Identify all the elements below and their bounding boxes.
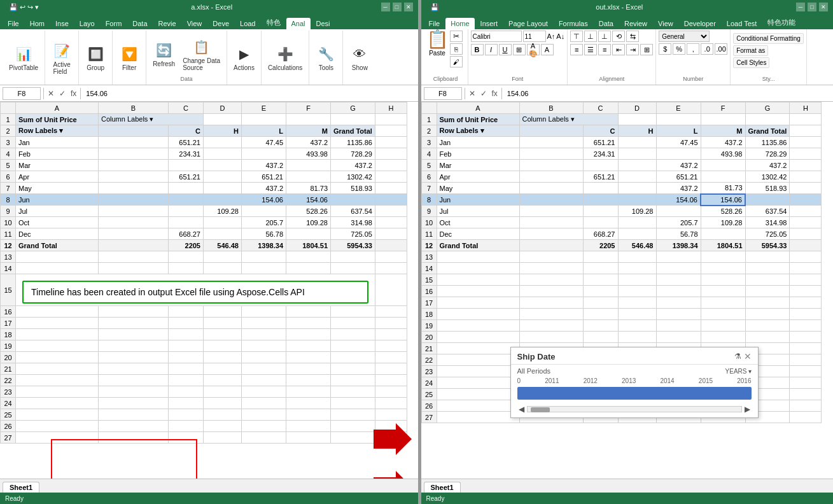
right-sheet-tab-1[interactable]: Sheet1 <box>424 482 461 493</box>
minimize-button[interactable]: ─ <box>381 3 390 11</box>
right-cell-c11[interactable]: 668.27 <box>583 228 618 240</box>
right-cell-e7[interactable]: 437.2 <box>656 183 701 194</box>
number-format-dropdown[interactable]: General Number Currency Percentage <box>659 31 710 42</box>
cell-a1-left[interactable]: Sum of Unit Price <box>16 114 99 125</box>
tab-formulas-left[interactable]: Form <box>101 18 127 29</box>
cell-e11-left[interactable]: 56.78 <box>242 228 286 240</box>
font-size-down-icon[interactable]: A↓ <box>556 32 564 40</box>
font-size-input[interactable]: 11 <box>523 31 546 42</box>
left-formula-input[interactable]: 154.06 <box>83 87 415 100</box>
font-name-input[interactable]: Calibri <box>471 31 522 42</box>
right-cell-g5[interactable]: 437.2 <box>745 160 790 171</box>
cancel-formula-icon[interactable]: ✕ <box>46 89 55 98</box>
right-cell-f4[interactable]: 493.98 <box>701 148 745 160</box>
cell-g10-left[interactable]: 314.98 <box>331 217 375 228</box>
group-btn[interactable]: 🔲 Group <box>83 43 108 73</box>
timeline-scrollbar-thumb[interactable] <box>531 407 550 412</box>
tab-view-right[interactable]: View <box>653 18 678 29</box>
left-cell-ref[interactable]: F8 <box>3 87 41 100</box>
cell-g9-left[interactable]: 637.54 <box>331 206 375 217</box>
left-sheet-tab-1[interactable]: Sheet1 <box>3 482 39 493</box>
align-left-btn[interactable]: ≡ <box>570 44 583 55</box>
font-color-btn[interactable]: A <box>541 44 554 55</box>
cell-e7-left[interactable]: 437.2 <box>242 183 286 194</box>
tab-load-left[interactable]: Load <box>235 18 260 29</box>
cell-a4-left[interactable]: Feb <box>16 148 99 160</box>
right-cell-a4[interactable]: Feb <box>437 148 519 160</box>
quick-access-more[interactable]: ▾ <box>35 3 39 11</box>
right-cell-a7[interactable]: May <box>437 183 519 194</box>
tab-developer-right[interactable]: Developer <box>679 18 721 29</box>
right-cell-c3[interactable]: 651.21 <box>583 137 618 148</box>
timeline-scrollbar[interactable] <box>527 406 742 412</box>
cell-c4-left[interactable]: 234.31 <box>169 148 204 160</box>
cell-a7-left[interactable]: May <box>16 183 99 194</box>
format-painter-btn[interactable]: 🖌 <box>450 56 463 67</box>
fill-btn[interactable]: A🎨 <box>527 44 540 55</box>
right-cell-g3[interactable]: 1135.86 <box>745 137 790 148</box>
cell-g4-left[interactable]: 728.29 <box>331 148 375 160</box>
tools-btn[interactable]: 🔧 Tools <box>313 43 339 73</box>
right-cell-f7[interactable]: 81.73 <box>701 183 745 194</box>
right-cell-f3[interactable]: 437.2 <box>701 137 745 148</box>
right-cell-g9[interactable]: 637.54 <box>745 206 790 217</box>
right-cell-f10[interactable]: 109.28 <box>701 217 745 228</box>
tab-special-left[interactable]: 特色 <box>262 16 286 29</box>
cell-a5-left[interactable]: Mar <box>16 160 99 171</box>
right-cell-a5[interactable]: Mar <box>437 160 519 171</box>
tab-loadtest-right[interactable]: Load Test <box>722 18 762 29</box>
cell-e5-left[interactable]: 437.2 <box>242 160 286 171</box>
tab-anal-left[interactable]: Anal <box>286 18 311 29</box>
pivottable-btn[interactable]: 📊 PivotTable <box>6 43 41 73</box>
confirm-formula-icon[interactable]: ✓ <box>58 89 67 98</box>
align-top-btn[interactable]: ⊤ <box>570 31 583 42</box>
undo-icon[interactable]: ↩ <box>20 3 25 11</box>
cell-a8-left[interactable]: Jun <box>16 194 99 206</box>
timeline-next-btn[interactable]: ▶ <box>743 405 752 414</box>
conditional-formatting-btn[interactable]: Conditional Formatting <box>733 33 804 44</box>
cell-c3-left[interactable]: 651.21 <box>169 137 204 148</box>
timeline-prev-btn[interactable]: ◀ <box>517 405 526 414</box>
right-cell-g11[interactable]: 725.05 <box>745 228 790 240</box>
tab-file-right[interactable]: File <box>424 18 445 29</box>
decrease-decimal-btn[interactable]: .0 <box>701 43 713 55</box>
cell-f8-left[interactable]: 154.06 <box>286 194 331 206</box>
tab-insert-right[interactable]: Insert <box>475 18 503 29</box>
decrease-indent-btn[interactable]: ⇤ <box>612 44 625 55</box>
font-size-up-icon[interactable]: A↑ <box>547 32 556 40</box>
cell-g6-left[interactable]: 1302.42 <box>331 171 375 183</box>
filter-btn[interactable]: 🔽 Filter <box>116 43 142 73</box>
right-cell-g10[interactable]: 314.98 <box>745 217 790 228</box>
tab-special-right[interactable]: 特色功能 <box>762 16 801 29</box>
right-cell-a9[interactable]: Jul <box>437 206 519 217</box>
right-cell-e6[interactable]: 651.21 <box>656 171 701 183</box>
tab-review-right[interactable]: Review <box>619 18 652 29</box>
copy-btn[interactable]: ⎘ <box>450 43 463 55</box>
align-right-btn[interactable]: ≡ <box>598 44 611 55</box>
right-cell-ref[interactable]: F8 <box>424 87 462 100</box>
format-as-table-btn[interactable]: Format as <box>733 45 768 56</box>
right-cell-e5[interactable]: 437.2 <box>656 160 701 171</box>
cell-a10-left[interactable]: Oct <box>16 217 99 228</box>
right-cell-e11[interactable]: 56.78 <box>656 228 701 240</box>
right-cell-a1[interactable]: Sum of Unit Price <box>437 114 519 125</box>
cell-styles-btn[interactable]: Cell Styles <box>733 57 769 68</box>
cell-a9-left[interactable]: Jul <box>16 206 99 217</box>
align-bottom-btn[interactable]: ⊥ <box>598 31 611 42</box>
tab-data-right[interactable]: Data <box>594 18 619 29</box>
tab-insert-left[interactable]: Inse <box>50 18 74 29</box>
cell-e10-left[interactable]: 205.7 <box>242 217 286 228</box>
cell-e6-left[interactable]: 651.21 <box>242 171 286 183</box>
border-btn[interactable]: ⊞ <box>513 44 526 55</box>
right-cell-d9[interactable]: 109.28 <box>618 206 656 217</box>
redo-icon[interactable]: ↪ <box>27 3 33 11</box>
right-insert-function-icon[interactable]: fx <box>491 89 499 98</box>
right-cell-g7[interactable]: 518.93 <box>745 183 790 194</box>
percent-btn[interactable]: % <box>673 43 685 55</box>
cell-g3-left[interactable]: 1135.86 <box>331 137 375 148</box>
comma-btn[interactable]: , <box>687 43 699 55</box>
tab-formulas-right[interactable]: Formulas <box>554 18 593 29</box>
cell-c6-left[interactable]: 651.21 <box>169 171 204 183</box>
save-icon[interactable]: 💾 <box>9 3 18 11</box>
right-cell-g6[interactable]: 1302.42 <box>745 171 790 183</box>
